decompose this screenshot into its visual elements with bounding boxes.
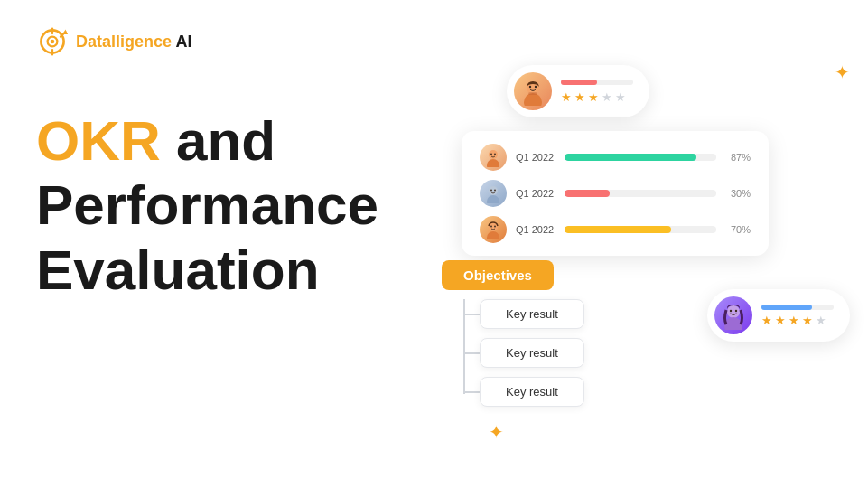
progress-card: Q1 2022 87% Q1 2022 30% [462, 131, 769, 256]
svg-point-22 [490, 226, 492, 228]
rating-bar-bottom [761, 305, 834, 310]
svg-point-16 [489, 186, 498, 195]
logo-icon [36, 25, 69, 58]
progress-row-3: Q1 2022 70% [480, 216, 751, 243]
progress-row-2: Q1 2022 30% [480, 180, 751, 207]
h-line-2 [463, 352, 480, 354]
rating-top-content: ★ ★ ★ ★ ★ [561, 80, 633, 104]
progress-bar-bg-2 [565, 190, 716, 197]
svg-marker-6 [63, 30, 68, 34]
svg-point-19 [494, 190, 496, 192]
svg-rect-11 [528, 92, 537, 95]
rating-bar-top [561, 80, 633, 85]
svg-point-12 [489, 150, 498, 159]
progress-bar-fill-1 [565, 154, 696, 161]
headline-and: and [161, 109, 275, 172]
progress-pct-1: 87% [725, 152, 751, 163]
logo-brand-part2: AI [172, 33, 191, 51]
rating-bar-fill-bottom [761, 305, 812, 310]
rating-card-bottom: ★ ★ ★ ★ ★ [707, 289, 850, 342]
stars-row-top: ★ ★ ★ ★ ★ [561, 90, 633, 104]
key-result-item-3: Key result [463, 377, 713, 407]
headline: OKR and Performance Evaluation [36, 108, 378, 302]
headline-performance: Performance [36, 173, 378, 237]
headline-evaluation: Evaluation [36, 238, 378, 302]
progress-pct-2: 30% [725, 188, 751, 199]
logo-text: Datalligence AI [76, 33, 191, 52]
star-5: ★ [615, 90, 626, 104]
h-line-3 [463, 391, 480, 393]
avatar-female-face [719, 301, 748, 330]
svg-point-9 [529, 86, 531, 88]
key-result-box-1: Key result [480, 299, 584, 329]
progress-bar-fill-2 [565, 190, 610, 197]
rating-bar-fill-top [561, 80, 597, 85]
svg-point-13 [487, 159, 499, 167]
star-b3: ★ [789, 314, 799, 327]
headline-line1: OKR and [36, 108, 378, 173]
avatar-p2 [480, 180, 507, 207]
progress-pct-3: 70% [725, 224, 751, 235]
avatar-male-face [518, 77, 547, 106]
progress-label-2: Q1 2022 [516, 188, 555, 199]
okr-tree: Objectives Key result Key result Key res… [442, 260, 713, 407]
svg-point-8 [524, 93, 542, 106]
star-4: ★ [602, 90, 612, 104]
rating-card-top: ★ ★ ★ ★ ★ [507, 65, 649, 117]
star-b4: ★ [802, 314, 813, 327]
star-b2: ★ [775, 314, 786, 327]
svg-point-10 [535, 86, 537, 88]
svg-point-14 [490, 154, 492, 155]
star-b5: ★ [816, 314, 826, 327]
progress-bar-bg-3 [565, 226, 716, 233]
logo: Datalligence AI [36, 25, 191, 58]
face-p3 [483, 220, 503, 239]
avatar-male-top [514, 72, 552, 110]
star-2: ★ [574, 90, 585, 104]
svg-point-15 [494, 154, 496, 155]
svg-point-27 [735, 310, 737, 312]
diamond-icon-top: ✦ [835, 61, 850, 83]
svg-point-24 [727, 305, 740, 318]
star-b1: ★ [761, 314, 772, 327]
star-3: ★ [588, 90, 599, 104]
key-result-item-2: Key result [463, 338, 713, 368]
face-p2 [483, 183, 503, 203]
diamond-icon-bottom: ✦ [489, 421, 504, 443]
progress-bar-bg-1 [565, 154, 716, 161]
svg-point-26 [730, 310, 732, 312]
objectives-pill: Objectives [442, 260, 554, 290]
avatar-female-bottom [714, 296, 752, 334]
svg-point-23 [494, 226, 496, 228]
svg-point-21 [487, 231, 499, 239]
svg-point-18 [490, 190, 492, 192]
progress-label-1: Q1 2022 [516, 152, 555, 163]
svg-point-17 [487, 195, 499, 203]
h-line-1 [463, 314, 480, 315]
logo-brand-part1: Datalligence [76, 33, 172, 51]
key-result-item-1: Key result [463, 299, 713, 329]
stars-row-bottom: ★ ★ ★ ★ ★ [761, 314, 834, 327]
progress-row-1: Q1 2022 87% [480, 144, 751, 171]
avatar-p1 [480, 144, 507, 171]
svg-point-2 [51, 40, 55, 44]
right-panel: ✦ ★ ★ [416, 0, 868, 488]
avatar-p3 [480, 216, 507, 243]
key-result-box-2: Key result [480, 338, 584, 368]
rating-bottom-content: ★ ★ ★ ★ ★ [761, 305, 834, 327]
progress-bar-fill-3 [565, 226, 671, 233]
headline-okr: OKR [36, 109, 161, 172]
progress-label-3: Q1 2022 [516, 224, 555, 235]
face-p1 [483, 147, 503, 167]
star-1: ★ [561, 90, 572, 104]
key-result-box-3: Key result [480, 377, 584, 407]
